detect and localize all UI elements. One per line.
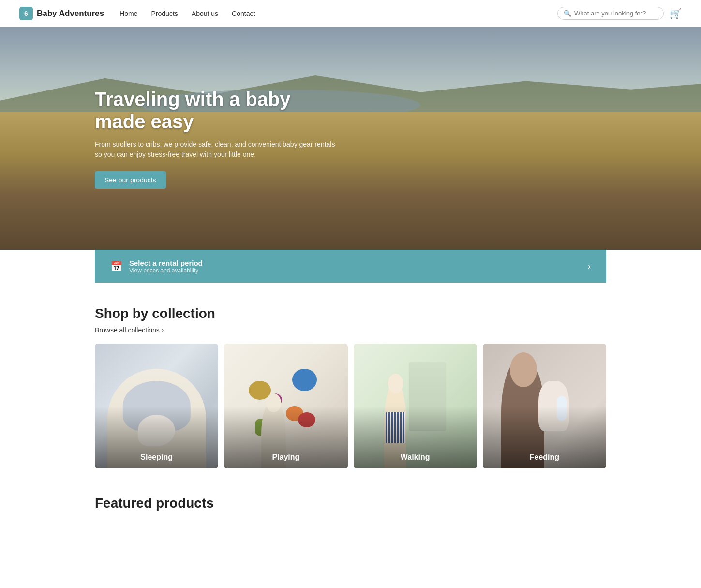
shop-collection-section: Shop by collection Browse all collection… — [0, 283, 701, 480]
browse-arrow-icon: › — [162, 326, 164, 334]
nav-home[interactable]: Home — [119, 10, 137, 17]
collection-sleeping[interactable]: Sleeping — [95, 344, 218, 468]
collection-walking[interactable]: Walking — [354, 344, 477, 468]
collection-walking-label: Walking — [354, 453, 477, 462]
nav-left: 6 Baby Adventures Home Products About us… — [19, 7, 255, 20]
hero-content: Traveling with a baby made easy From str… — [0, 88, 339, 189]
featured-section: Featured products — [0, 480, 701, 536]
collection-playing-label: Playing — [224, 453, 347, 462]
navbar: 6 Baby Adventures Home Products About us… — [0, 0, 701, 27]
collections-grid: Sleeping Playing — [95, 344, 606, 468]
rental-title: Select a rental period — [129, 259, 203, 267]
hero-title: Traveling with a baby made easy — [95, 88, 339, 133]
logo-icon: 6 — [19, 7, 33, 20]
rental-banner[interactable]: 📅 Select a rental period View prices and… — [95, 250, 606, 283]
browse-all-label: Browse all collections — [95, 326, 160, 334]
search-icon: 🔍 — [564, 10, 571, 17]
hero-subtitle: From strollers to cribs, we provide safe… — [95, 139, 339, 160]
logo-letter: 6 — [24, 10, 28, 17]
collection-overlay — [95, 344, 218, 468]
calendar-icon: 📅 — [110, 260, 122, 272]
rental-subtitle: View prices and availability — [129, 267, 203, 274]
rental-arrow-icon[interactable]: › — [588, 261, 591, 271]
collection-overlay — [224, 344, 347, 468]
featured-title: Featured products — [95, 496, 606, 511]
hero-cta-button[interactable]: See our products — [95, 171, 166, 189]
nav-links: Home Products About us Contact — [119, 9, 255, 18]
shop-section-title: Shop by collection — [95, 306, 606, 321]
search-bar: 🔍 — [557, 7, 664, 20]
nav-products[interactable]: Products — [151, 10, 178, 17]
browse-all-link[interactable]: Browse all collections › — [95, 326, 164, 334]
collection-feeding-label: Feeding — [483, 453, 606, 462]
collection-feeding[interactable]: Feeding — [483, 344, 606, 468]
brand-name: Baby Adventures — [37, 9, 104, 18]
nav-right: 🔍 🛒 — [557, 7, 682, 20]
rental-left: 📅 Select a rental period View prices and… — [110, 259, 203, 274]
logo-link[interactable]: 6 Baby Adventures — [19, 7, 104, 20]
nav-about[interactable]: About us — [192, 10, 218, 17]
collection-sleeping-label: Sleeping — [95, 453, 218, 462]
search-input[interactable] — [574, 10, 657, 17]
cart-icon[interactable]: 🛒 — [670, 8, 682, 19]
rental-text: Select a rental period View prices and a… — [129, 259, 203, 274]
nav-contact[interactable]: Contact — [232, 10, 255, 17]
collection-playing[interactable]: Playing — [224, 344, 347, 468]
collection-overlay — [483, 344, 606, 468]
collection-overlay — [354, 344, 477, 468]
hero-section: Traveling with a baby made easy From str… — [0, 27, 701, 250]
